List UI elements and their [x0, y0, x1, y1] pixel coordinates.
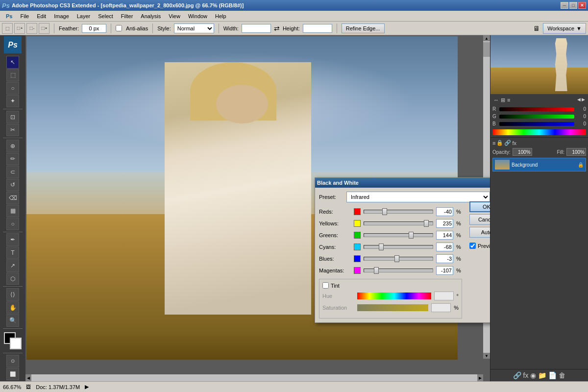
yellows-value[interactable]: 235 [436, 219, 453, 228]
menu-help[interactable]: Help [211, 12, 230, 20]
fx-icon[interactable]: fx [512, 140, 516, 146]
tool-clone[interactable]: ⊂ [6, 166, 19, 178]
menu-layer[interactable]: Layer [73, 12, 95, 20]
minimize-button[interactable]: ─ [561, 2, 568, 9]
tint-checkbox[interactable] [322, 282, 329, 289]
menu-view[interactable]: View [165, 12, 184, 20]
antialias-checkbox[interactable] [116, 25, 122, 31]
delete-layer-icon[interactable]: 🗑 [559, 371, 565, 379]
sat-value-box[interactable] [431, 303, 451, 312]
yellows-slider[interactable] [364, 220, 433, 227]
tool-path[interactable]: ↗ [6, 259, 19, 271]
tool-quick-mask[interactable]: ⊙ [6, 355, 19, 367]
scroll-arrow[interactable]: ▶ [85, 384, 89, 390]
magentas-slider[interactable] [364, 267, 433, 274]
tool-type[interactable]: T [6, 246, 19, 259]
tool-move[interactable]: ↖ [6, 56, 19, 68]
tool-healing[interactable]: ⊕ [6, 140, 19, 152]
link-layers-icon[interactable]: 🔗 [513, 371, 521, 379]
maximize-button[interactable]: □ [569, 2, 577, 9]
magentas-thumb[interactable] [374, 267, 379, 274]
menu-analysis[interactable]: Analysis [137, 12, 165, 20]
tool-lasso[interactable]: ○ [6, 82, 19, 94]
blues-thumb[interactable] [394, 255, 399, 262]
menu-filter[interactable]: Filter [117, 12, 137, 20]
expand-icon[interactable]: ⊞ [501, 97, 505, 103]
height-input[interactable] [303, 24, 332, 33]
tool-3d[interactable]: ⟨⟩ [6, 288, 19, 300]
greens-value[interactable]: 144 [436, 231, 453, 240]
style-select[interactable]: Normal Fixed Ratio Fixed Size [174, 24, 214, 33]
new-layer-icon[interactable]: 📄 [548, 371, 557, 379]
blues-slider[interactable] [364, 255, 433, 262]
tool-history[interactable]: ↺ [6, 179, 19, 191]
swap-icon[interactable]: ⇄ [274, 24, 280, 32]
tool-brush[interactable]: ✏ [6, 153, 19, 165]
new-selection-btn[interactable]: ⬚ [2, 23, 13, 34]
cyans-thumb[interactable] [379, 244, 384, 250]
tool-marquee[interactable]: ⬚ [6, 69, 19, 81]
tool-crop[interactable]: ⊡ [6, 111, 19, 123]
scroll-right-icon[interactable]: ▶ [582, 97, 585, 103]
tool-gradient[interactable]: ▦ [6, 205, 19, 217]
subtract-selection-btn[interactable]: ⬚- [26, 23, 37, 34]
tool-zoom[interactable]: 🔍 [6, 314, 19, 326]
tool-slice[interactable]: ✂ [6, 124, 19, 136]
add-style-icon[interactable]: fx [523, 371, 529, 379]
auto-button[interactable]: Auto [469, 227, 490, 238]
scroll-up-btn[interactable]: ▲ [483, 35, 490, 41]
add-mask-icon[interactable]: ◉ [530, 371, 536, 379]
menu-edit[interactable]: Edit [33, 12, 50, 20]
scroll-thumb[interactable] [483, 42, 490, 57]
intersect-selection-btn[interactable]: ⬚× [39, 23, 49, 34]
scroll-down-btn[interactable]: ▼ [483, 353, 490, 359]
greens-slider[interactable] [364, 232, 433, 239]
width-input[interactable] [242, 24, 271, 33]
reds-slider[interactable] [364, 208, 433, 215]
tool-pen[interactable]: ✒ [6, 233, 19, 245]
hue-value-box[interactable] [434, 292, 454, 300]
horizontal-scrollbar[interactable]: ◀ ▶ [25, 374, 483, 381]
tool-hand[interactable]: ✋ [6, 301, 19, 314]
cyans-value[interactable]: -68 [436, 243, 453, 251]
add-selection-btn[interactable]: ⬚+ [14, 23, 25, 34]
link-icon[interactable]: 🔗 [504, 140, 511, 146]
lock-icon[interactable]: 🔒 [496, 140, 503, 146]
scroll-left-icon[interactable]: ◀ [577, 97, 581, 103]
new-group-icon[interactable]: 📁 [538, 371, 546, 379]
greens-thumb[interactable] [409, 232, 414, 239]
reds-value[interactable]: -40 [436, 207, 453, 216]
reds-thumb[interactable] [382, 208, 387, 215]
yellows-thumb[interactable] [424, 220, 429, 227]
tool-magic-wand[interactable]: ✦ [6, 95, 19, 107]
ok-button[interactable]: OK [469, 201, 490, 212]
tool-shape[interactable]: ⬡ [6, 272, 19, 285]
menu-file[interactable]: File [16, 12, 33, 20]
menu-window[interactable]: Window [184, 12, 211, 20]
opacity-input[interactable] [513, 148, 532, 156]
preset-select[interactable]: Infrared Default High Contrast Blue Filt… [346, 192, 490, 202]
preview-checkbox[interactable] [469, 243, 476, 249]
menu-ps[interactable]: Ps [2, 12, 16, 20]
scroll-right-btn[interactable]: ▶ [477, 374, 483, 381]
scroll-left-btn[interactable]: ◀ [25, 374, 31, 381]
fill-input[interactable] [566, 148, 586, 156]
cancel-button[interactable]: Cancel [469, 214, 490, 225]
refine-edge-button[interactable]: Refine Edge... [342, 24, 385, 33]
close-button[interactable]: ✕ [578, 2, 586, 9]
tool-dodge[interactable]: ○ [6, 218, 19, 230]
background-color[interactable] [10, 338, 22, 349]
move-icon[interactable]: ↔ [493, 97, 499, 103]
fg-bg-colors[interactable] [4, 332, 22, 349]
blues-value[interactable]: -3 [436, 254, 453, 263]
cyans-slider[interactable] [364, 244, 433, 250]
menu-image[interactable]: Image [50, 12, 73, 20]
tool-screen-mode[interactable]: ⬜ [6, 368, 19, 380]
feather-input[interactable] [82, 24, 106, 33]
tool-eraser[interactable]: ⌫ [6, 192, 19, 204]
background-layer[interactable]: Background 🔒 [492, 158, 586, 172]
settings-icon[interactable]: ≡ [507, 97, 510, 103]
layers-options-icon[interactable]: ≡ [492, 140, 495, 146]
workspace-button[interactable]: Workspace ▼ [543, 23, 586, 34]
menu-select[interactable]: Select [94, 12, 117, 20]
